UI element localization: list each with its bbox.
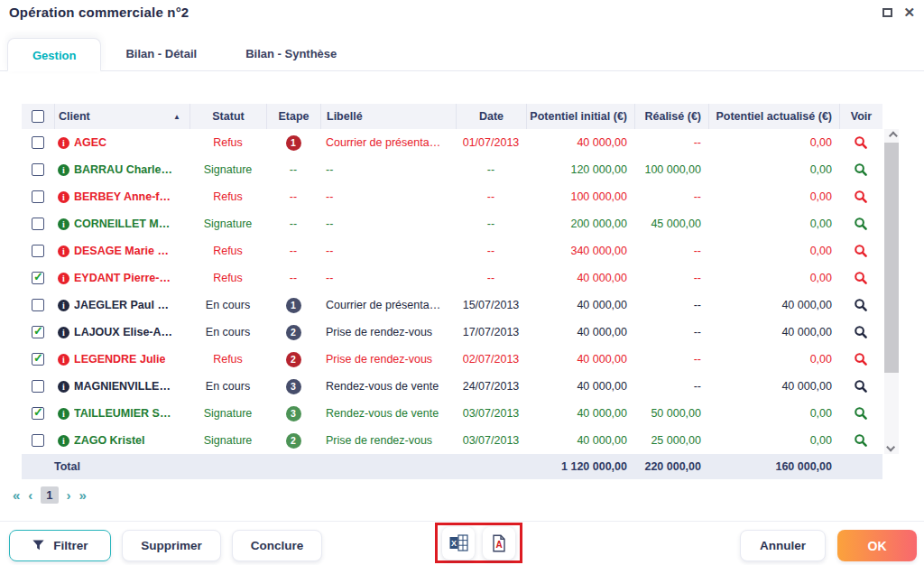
header-etape[interactable]: Etape — [266, 104, 320, 129]
tab-gestion[interactable]: Gestion — [7, 38, 101, 71]
info-icon[interactable] — [58, 191, 69, 203]
client-name: BERBEY Anne-f… — [74, 190, 171, 203]
view-magnifier-icon[interactable] — [854, 135, 868, 150]
view-magnifier-icon[interactable] — [854, 190, 868, 204]
view-magnifier-icon[interactable] — [854, 325, 868, 339]
view-magnifier-icon[interactable] — [854, 271, 868, 285]
row-checkbox[interactable] — [32, 190, 44, 203]
statut-cell: En cours — [189, 299, 266, 311]
view-magnifier-icon[interactable] — [854, 433, 868, 448]
view-magnifier-icon[interactable] — [854, 298, 868, 312]
potentiel-initial-cell: 40 000,00 — [526, 353, 634, 366]
table-row[interactable]: AGEC Refus 1 Courrier de présenta… 01/07… — [22, 129, 882, 156]
etape-badge: 2 — [286, 325, 301, 340]
info-icon[interactable] — [58, 381, 69, 393]
info-icon[interactable] — [58, 327, 69, 338]
header-realise[interactable]: Réalisé (€) — [634, 104, 708, 129]
conclude-button[interactable]: Conclure — [232, 530, 322, 561]
info-icon[interactable] — [58, 137, 69, 149]
libelle-cell: Prise de rendez-vous — [320, 353, 456, 366]
delete-button[interactable]: Supprimer — [122, 530, 221, 561]
view-magnifier-icon[interactable] — [854, 244, 868, 258]
table-row[interactable]: ZAGO Kristel Signature 2 Prise de rendez… — [22, 427, 882, 454]
potentiel-actualise-cell: 40 000,00 — [708, 380, 839, 393]
view-magnifier-icon[interactable] — [854, 379, 868, 394]
table-row[interactable]: CORNEILLET M… Signature -- -- -- 200 000… — [22, 210, 882, 237]
client-name: EYDANT Pierre-… — [74, 272, 171, 284]
row-checkbox[interactable] — [32, 380, 44, 393]
libelle-cell: Rendez-vous de vente — [320, 407, 456, 420]
header-potentiel-actualise[interactable]: Potentiel actualisé (€) — [708, 104, 839, 129]
export-excel-button[interactable]: X — [442, 527, 475, 560]
header-potentiel-initial[interactable]: Potentiel initial (€) — [526, 104, 634, 129]
row-checkbox[interactable] — [32, 299, 44, 311]
potentiel-actualise-cell: 0,00 — [708, 434, 839, 447]
table-row[interactable]: MAGNIENVILLE… En cours 3 Rendez-vous de … — [22, 373, 882, 400]
info-icon[interactable] — [58, 354, 69, 366]
view-magnifier-icon[interactable] — [854, 352, 868, 366]
statut-cell: En cours — [189, 326, 266, 338]
info-icon[interactable] — [58, 435, 69, 447]
table-row[interactable]: BARRAU Charle… Signature -- -- -- 120 00… — [22, 156, 882, 183]
header-client[interactable]: Client ▲ — [54, 104, 189, 129]
cancel-button[interactable]: Annuler — [740, 530, 826, 561]
realise-cell: 50 000,00 — [634, 407, 708, 420]
date-cell: 17/07/2013 — [456, 326, 526, 338]
pagination-last[interactable]: » — [79, 487, 87, 503]
table-row[interactable]: LAJOUX Elise-A… En cours 2 Prise de rend… — [22, 319, 882, 346]
info-icon[interactable] — [58, 218, 69, 230]
etape-badge: 1 — [286, 298, 301, 313]
scroll-up-icon[interactable] — [884, 129, 899, 143]
table-row[interactable]: JAEGLER Paul … En cours 1 Courrier de pr… — [22, 292, 882, 319]
pagination-next[interactable]: › — [67, 487, 71, 503]
table-row[interactable]: EYDANT Pierre-… Refus -- -- -- 40 000,00… — [22, 264, 882, 292]
scroll-down-icon[interactable] — [884, 440, 899, 454]
export-pdf-button[interactable]: A — [483, 527, 515, 560]
row-checkbox[interactable] — [32, 218, 44, 230]
select-all-checkbox[interactable] — [32, 110, 44, 123]
row-checkbox[interactable] — [32, 326, 44, 338]
row-checkbox[interactable] — [32, 163, 44, 176]
pagination-prev[interactable]: ‹ — [28, 487, 32, 503]
header-date[interactable]: Date — [456, 104, 526, 129]
info-icon[interactable] — [58, 300, 69, 311]
info-icon[interactable] — [58, 408, 69, 420]
row-checkbox[interactable] — [32, 434, 44, 447]
table-row[interactable]: TAILLEUMIER S… Signature 3 Rendez-vous d… — [22, 400, 882, 427]
header-statut[interactable]: Statut — [189, 104, 266, 129]
scrollbar-thumb[interactable] — [884, 143, 899, 373]
row-checkbox[interactable] — [32, 272, 44, 284]
total-label: Total — [54, 460, 189, 473]
row-checkbox[interactable] — [32, 136, 44, 149]
row-checkbox[interactable] — [32, 407, 44, 420]
pagination-first[interactable]: « — [13, 487, 20, 503]
info-icon[interactable] — [58, 245, 69, 257]
libelle-cell: -- — [320, 163, 456, 176]
row-checkbox[interactable] — [32, 353, 44, 366]
view-magnifier-icon[interactable] — [854, 162, 868, 177]
header-libelle[interactable]: Libellé — [320, 104, 456, 129]
date-cell: -- — [456, 272, 526, 284]
info-icon[interactable] — [58, 273, 69, 284]
table-row[interactable]: BERBEY Anne-f… Refus -- -- -- 100 000,00… — [22, 183, 882, 210]
total-potentiel-initial: 1 120 000,00 — [526, 460, 634, 473]
view-magnifier-icon[interactable] — [854, 406, 868, 421]
pagination-page-1[interactable]: 1 — [41, 486, 58, 504]
maximize-icon[interactable] — [882, 8, 892, 17]
view-magnifier-icon[interactable] — [854, 217, 868, 231]
ok-button[interactable]: OK — [837, 530, 917, 561]
potentiel-actualise-cell: 0,00 — [708, 136, 839, 149]
tab-bilan-detail[interactable]: Bilan - Détail — [101, 37, 221, 70]
table-row[interactable]: DESAGE Marie … Refus -- -- -- 340 000,00… — [22, 237, 882, 264]
filter-button[interactable]: Filtrer — [9, 530, 111, 561]
table-row[interactable]: LEGENDRE Julie Refus 2 Prise de rendez-v… — [22, 346, 882, 373]
close-icon[interactable]: ✕ — [903, 7, 915, 18]
svg-text:A: A — [495, 539, 502, 549]
info-icon[interactable] — [58, 164, 69, 176]
table-header: Client ▲ Statut Etape Libellé Date Poten… — [22, 104, 882, 129]
row-checkbox[interactable] — [32, 245, 44, 257]
table-scrollbar[interactable] — [884, 129, 899, 454]
potentiel-initial-cell: 200 000,00 — [526, 218, 634, 230]
tab-bilan-synthese[interactable]: Bilan - Synthèse — [221, 37, 361, 70]
libelle-cell: Prise de rendez-vous — [320, 434, 456, 447]
